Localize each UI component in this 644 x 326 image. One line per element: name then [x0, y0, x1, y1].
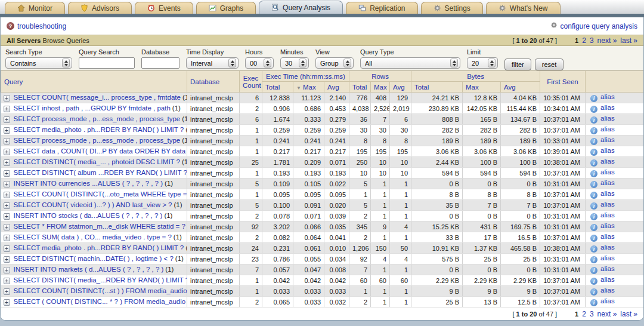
col-database[interactable]: Database — [187, 71, 240, 93]
alias-link[interactable]: alias — [600, 93, 615, 100]
expand-icon[interactable]: + — [4, 224, 10, 230]
alias-link[interactable]: alias — [600, 222, 615, 229]
query-type-select[interactable]: All — [360, 57, 460, 69]
troubleshooting-link[interactable]: ? troubleshooting — [7, 22, 66, 30]
expand-icon[interactable]: + — [4, 256, 10, 263]
col-first-seen[interactable]: First Seen — [540, 71, 586, 93]
query-link[interactable]: SELECT inhost , path , ...GROUP BY fmtda… — [14, 104, 171, 112]
tab-whats-new[interactable]: What's New — [486, 2, 561, 14]
col-rows-total[interactable]: Total — [349, 82, 371, 93]
last-page-link[interactable]: last » — [620, 36, 637, 45]
search-type-select[interactable]: Contains — [5, 57, 72, 69]
alias-link[interactable]: alias — [600, 265, 615, 272]
alias-link[interactable]: alias — [600, 233, 615, 240]
last-page-link[interactable]: last » — [620, 310, 637, 318]
col-bytes-max[interactable]: Max — [463, 82, 501, 93]
col-bytes-total[interactable]: Total — [411, 82, 463, 93]
alias-link[interactable]: alias — [600, 179, 615, 186]
page-2-link[interactable]: 2 — [582, 36, 586, 45]
query-link[interactable]: INSERT INTO stocks ( da...ALUES ( ? , ? … — [14, 212, 163, 219]
col-time-total[interactable]: Total — [262, 82, 293, 93]
expand-icon[interactable]: + — [4, 181, 10, 187]
query-link[interactable]: SELECT media_photo . ph...RDER BY RAND( … — [14, 244, 184, 251]
tab-settings[interactable]: Settings — [421, 2, 483, 14]
page-2-link[interactable]: 2 — [582, 310, 586, 318]
tab-monitor[interactable]: Monitor — [5, 2, 65, 14]
query-link[interactable]: SELECT * FROM statmon_m...e_disk WHERE s… — [14, 223, 185, 230]
query-link[interactable]: SELECT DISTINCT( machin...DATE( ) , logt… — [14, 255, 174, 262]
expand-icon[interactable]: + — [4, 116, 10, 123]
expand-icon[interactable]: + — [4, 127, 10, 134]
alias-link[interactable]: alias — [600, 136, 615, 143]
query-link[interactable]: SELECT DISTINCT( media_... , photoid DES… — [14, 158, 181, 165]
query-link[interactable]: SELECT data , COUNT( DI...P BY data ORDE… — [14, 147, 186, 155]
query-link[interactable]: SELECT process_mode , p...ess_mode , pro… — [14, 115, 181, 122]
col-rows-max[interactable]: Max — [371, 82, 390, 93]
page-3-link[interactable]: 3 — [590, 36, 594, 45]
expand-icon[interactable]: + — [4, 299, 10, 306]
expand-icon[interactable]: + — [4, 245, 10, 252]
alias-link[interactable]: alias — [600, 115, 615, 122]
reset-button[interactable]: reset — [535, 59, 564, 70]
query-link[interactable]: SELECT ( COUNT( DISTINC... * ? ) FROM me… — [14, 298, 186, 305]
page-3-link[interactable]: 3 — [590, 310, 594, 318]
col-bytes-avg[interactable]: Avg — [501, 82, 540, 93]
query-link[interactable]: INSERT INTO markets ( d...ALUES ( ? , ? … — [14, 266, 164, 273]
col-time-max[interactable]: ▼Max — [293, 82, 324, 93]
view-select[interactable]: Group — [315, 57, 354, 69]
query-link[interactable]: SELECT DISTINCT( media_...RDER BY RAND( … — [14, 276, 187, 284]
col-query[interactable]: Query — [1, 71, 187, 93]
tab-query-analysis[interactable]: Query Analysis — [259, 1, 343, 14]
expand-icon[interactable]: + — [4, 267, 10, 273]
expand-icon[interactable]: + — [4, 192, 10, 198]
expand-icon[interactable]: + — [4, 106, 10, 112]
query-link[interactable]: SELECT process_mode , p...ess_mode , pro… — [14, 137, 181, 144]
alias-link[interactable]: alias — [600, 211, 615, 219]
tab-events[interactable]: Events — [135, 2, 193, 14]
expand-icon[interactable]: + — [4, 159, 10, 166]
query-link[interactable]: SELECT COUNT( videoid )...? ) ) AND last… — [14, 201, 172, 208]
col-time-avg[interactable]: Avg — [324, 82, 349, 93]
alias-link[interactable]: alias — [600, 201, 615, 208]
filter-button[interactable]: filter — [504, 59, 531, 70]
expand-icon[interactable]: + — [4, 138, 10, 144]
alias-link[interactable]: alias — [600, 297, 615, 305]
alias-link[interactable]: alias — [600, 190, 615, 197]
database-input[interactable] — [141, 57, 179, 69]
hours-select[interactable]: 00 — [245, 57, 274, 69]
query-link[interactable]: SELECT DISTINCT( album ...RDER BY RAND( … — [14, 169, 187, 176]
expand-icon[interactable]: + — [4, 170, 10, 177]
query-link[interactable]: INSERT INTO currencies ...ALUES ( ? , ? … — [14, 180, 163, 187]
expand-icon[interactable]: + — [4, 213, 10, 220]
expand-icon[interactable]: + — [4, 235, 10, 241]
alias-link[interactable]: alias — [600, 158, 615, 165]
col-rows-avg[interactable]: Avg — [390, 82, 411, 93]
alias-link[interactable]: alias — [600, 125, 615, 133]
query-link[interactable]: SELECT COUNT( DISTINCT(...oto_meta WHERE… — [14, 190, 187, 198]
time-display-select[interactable]: Interval — [186, 57, 239, 69]
query-search-input[interactable] — [79, 57, 135, 69]
alias-link[interactable]: alias — [600, 244, 615, 251]
query-link[interactable]: SELECT COUNT( DISTINCT(...st ) ) FROM me… — [14, 287, 187, 294]
limit-select[interactable]: 20 — [467, 57, 498, 69]
query-link[interactable]: SELECT media_photo . ph...RDER BY RAND( … — [14, 126, 184, 133]
minutes-select[interactable]: 30 — [280, 57, 309, 69]
query-link[interactable]: SELECT COUNT( message_i... process_type … — [14, 94, 181, 101]
alias-link[interactable]: alias — [600, 168, 615, 176]
alias-link[interactable]: alias — [600, 287, 615, 294]
tab-graphs[interactable]: Graphs — [196, 2, 256, 14]
alias-link[interactable]: alias — [600, 104, 615, 111]
expand-icon[interactable]: + — [4, 278, 10, 284]
alias-link[interactable]: alias — [600, 254, 615, 262]
tab-advisors[interactable]: Advisors — [68, 2, 132, 14]
alias-link[interactable]: alias — [600, 276, 615, 283]
expand-icon[interactable]: + — [4, 202, 10, 209]
next-page-link[interactable]: next » — [597, 310, 617, 318]
query-link[interactable]: SELECT SUM( data ) , CO... media_video .… — [14, 233, 172, 241]
configure-query-analysis-link[interactable]: configure query analysis — [550, 21, 637, 30]
expand-icon[interactable]: + — [4, 95, 10, 102]
alias-link[interactable]: alias — [600, 147, 615, 154]
next-page-link[interactable]: next » — [597, 36, 617, 45]
col-exec-count[interactable]: Exec Count — [240, 71, 262, 93]
expand-icon[interactable]: + — [4, 149, 10, 155]
